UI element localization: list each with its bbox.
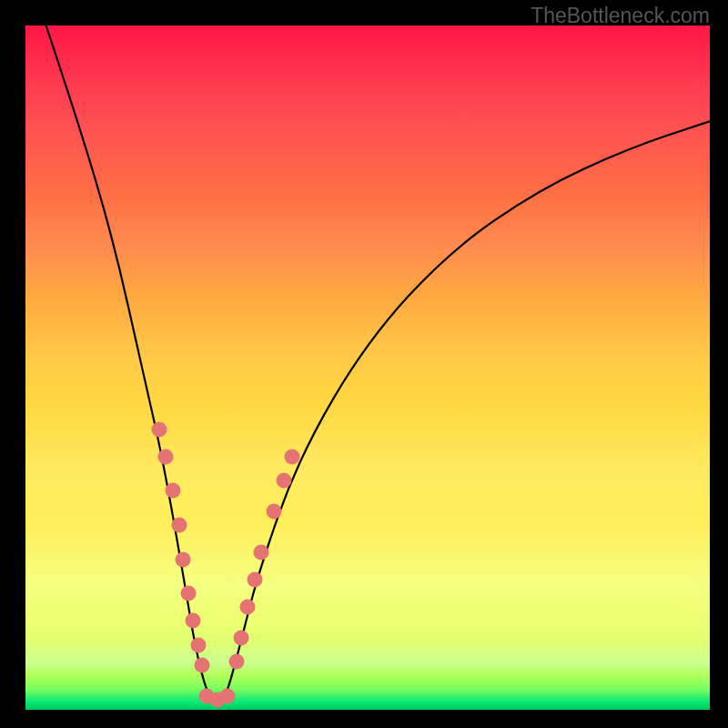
dot-left-2: [165, 483, 180, 499]
plot-area: [25, 25, 710, 710]
v-curve-line: [46, 25, 710, 703]
dot-right-5: [266, 503, 281, 519]
dot-bottom-2: [219, 688, 235, 703]
dot-right-6: [277, 473, 292, 489]
watermark-text: TheBottleneck.com: [531, 4, 710, 28]
dot-left-4: [175, 551, 190, 567]
dot-left-0: [151, 421, 167, 437]
dot-right-7: [285, 449, 300, 464]
dot-left-6: [186, 613, 201, 629]
curve-plot: [25, 25, 710, 710]
dot-right-2: [240, 600, 256, 615]
chart-container: TheBottleneck.com: [0, 0, 728, 728]
dot-right-0: [228, 654, 244, 670]
dot-right-4: [254, 545, 269, 561]
dot-left-7: [190, 637, 206, 652]
dot-left-8: [195, 658, 210, 673]
dot-right-3: [247, 572, 262, 588]
dot-left-3: [172, 517, 187, 532]
dot-right-1: [233, 631, 248, 646]
dot-left-5: [180, 586, 196, 602]
dot-left-1: [158, 449, 174, 464]
